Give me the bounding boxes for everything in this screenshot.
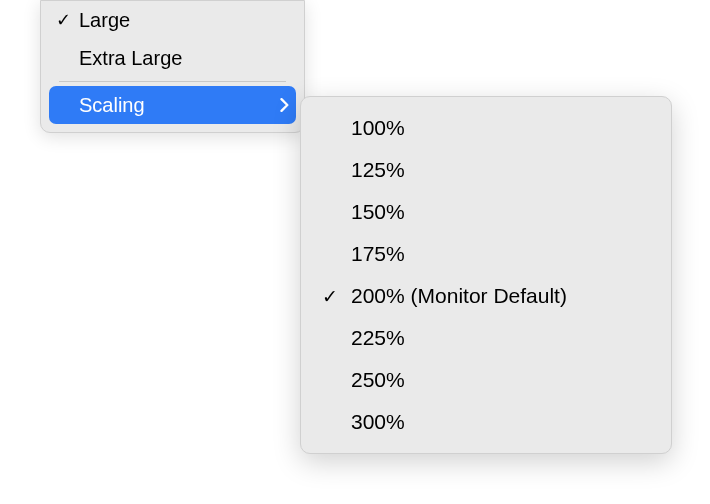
scaling-option-label: 200% (Monitor Default) (345, 284, 655, 308)
scaling-option-175[interactable]: 175% (301, 233, 671, 275)
menu-item-label: Large (75, 9, 290, 32)
scaling-option-300[interactable]: 300% (301, 401, 671, 443)
menu-divider (59, 81, 286, 82)
scaling-option-250[interactable]: 250% (301, 359, 671, 401)
size-menu: ✓ Large Extra Large Scaling (40, 0, 305, 133)
scaling-option-label: 100% (345, 116, 655, 140)
menu-item-large[interactable]: ✓ Large (41, 1, 304, 39)
menu-item-scaling[interactable]: Scaling (49, 86, 296, 124)
scaling-option-label: 225% (345, 326, 655, 350)
scaling-option-150[interactable]: 150% (301, 191, 671, 233)
menu-item-label: Extra Large (75, 47, 290, 70)
scaling-option-label: 175% (345, 242, 655, 266)
scaling-option-label: 125% (345, 158, 655, 182)
scaling-option-label: 150% (345, 200, 655, 224)
chevron-right-icon (272, 98, 290, 112)
scaling-option-200[interactable]: ✓ 200% (Monitor Default) (301, 275, 671, 317)
menu-item-extra-large[interactable]: Extra Large (41, 39, 304, 77)
scaling-option-100[interactable]: 100% (301, 107, 671, 149)
scaling-option-label: 300% (345, 410, 655, 434)
menu-item-label: Scaling (75, 94, 272, 117)
scaling-option-label: 250% (345, 368, 655, 392)
scaling-submenu: 100% 125% 150% 175% ✓ 200% (Monitor Defa… (300, 96, 672, 454)
scaling-option-125[interactable]: 125% (301, 149, 671, 191)
check-icon: ✓ (51, 9, 75, 31)
check-icon: ✓ (315, 285, 345, 308)
scaling-option-225[interactable]: 225% (301, 317, 671, 359)
